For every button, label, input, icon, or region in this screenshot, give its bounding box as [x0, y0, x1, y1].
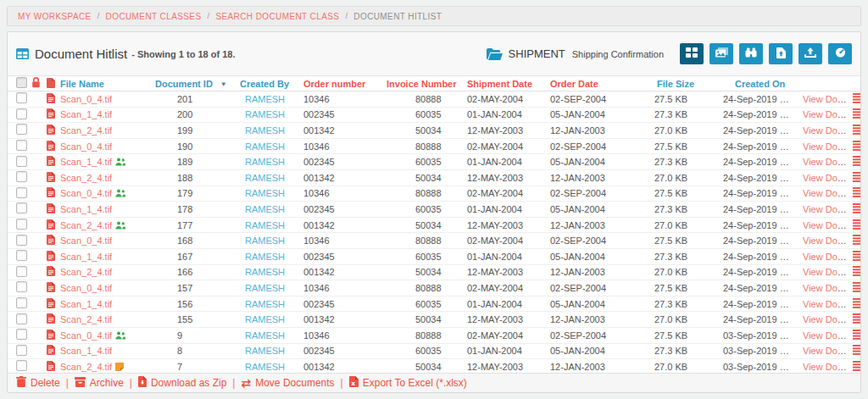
row-menu-icon[interactable] [853, 125, 860, 135]
search-button[interactable] [739, 43, 763, 64]
created-by-link[interactable]: RAMESH [245, 267, 285, 277]
row-checkbox[interactable] [16, 140, 27, 151]
created-by-link[interactable]: RAMESH [245, 220, 285, 230]
view-document-link[interactable]: View Document [803, 141, 850, 152]
file-name-link[interactable]: Scan_1_4.tif [60, 299, 112, 309]
view-document-link[interactable]: View Document [803, 125, 850, 136]
row-checkbox[interactable] [16, 360, 27, 371]
created-by-link[interactable]: RAMESH [245, 283, 285, 293]
row-menu-icon[interactable] [853, 251, 860, 261]
row-checkbox[interactable] [16, 171, 27, 182]
row-checkbox[interactable] [16, 219, 27, 230]
row-checkbox[interactable] [16, 92, 27, 103]
view-document-link[interactable]: View Document [803, 330, 850, 341]
row-menu-icon[interactable] [853, 108, 860, 119]
column-header-order-number[interactable]: Order number [294, 79, 377, 89]
created-by-link[interactable]: RAMESH [245, 299, 285, 309]
row-menu-icon[interactable] [853, 361, 860, 371]
created-by-link[interactable]: RAMESH [245, 314, 285, 324]
file-name-link[interactable]: Scan_1_4.tif [60, 346, 112, 356]
row-menu-icon[interactable] [853, 187, 860, 197]
file-name-link[interactable]: Scan_2_4.tif [60, 267, 112, 277]
file-name-link[interactable]: Scan_0_4.tif [60, 330, 112, 341]
row-checkbox[interactable] [16, 156, 27, 167]
row-menu-icon[interactable] [853, 282, 860, 292]
row-menu-icon[interactable] [853, 93, 860, 103]
view-document-link[interactable]: View Document [803, 252, 850, 262]
row-checkbox[interactable] [16, 345, 27, 356]
file-name-link[interactable]: Scan_0_4.tif [60, 188, 112, 198]
view-document-link[interactable]: View Document [803, 173, 850, 183]
created-by-link[interactable]: RAMESH [245, 204, 285, 214]
created-by-link[interactable]: RAMESH [245, 188, 285, 198]
file-name-link[interactable]: Scan_1_4.tif [60, 157, 112, 167]
row-checkbox[interactable] [16, 202, 27, 213]
row-checkbox[interactable] [16, 124, 27, 135]
select-all-checkbox[interactable] [16, 77, 27, 88]
created-by-link[interactable]: RAMESH [245, 173, 285, 183]
row-checkbox[interactable] [16, 266, 27, 277]
file-name-link[interactable]: Scan_2_4.tif [60, 362, 112, 372]
export-excel-action[interactable]: x Export To Excel (*.xlsx) [349, 376, 467, 390]
image-view-button[interactable] [709, 43, 733, 64]
row-checkbox[interactable] [16, 187, 27, 198]
view-document-link[interactable]: View Document [803, 283, 850, 293]
row-menu-icon[interactable] [853, 330, 860, 340]
column-header-created-by[interactable]: Created By [238, 79, 294, 89]
view-document-link[interactable]: View Document [803, 157, 850, 167]
created-by-link[interactable]: RAMESH [245, 362, 285, 372]
breadcrumb-my-workspace[interactable]: MY WORKSPACE [18, 12, 92, 21]
delete-action[interactable]: Delete [16, 376, 60, 390]
breadcrumb-search-document-class[interactable]: SEARCH DOCUMENT CLASS [215, 12, 339, 21]
column-header-shipment-date[interactable]: Shipment Date [459, 79, 540, 89]
view-document-link[interactable]: View Document [803, 204, 850, 214]
created-by-link[interactable]: RAMESH [245, 346, 285, 356]
column-header-file-name[interactable]: File Name [60, 79, 145, 89]
file-name-link[interactable]: Scan_1_4.tif [60, 109, 112, 119]
row-checkbox[interactable] [16, 297, 27, 308]
created-by-link[interactable]: RAMESH [245, 157, 285, 167]
view-document-link[interactable]: View Document [803, 346, 850, 356]
row-menu-icon[interactable] [853, 345, 860, 355]
upload-button[interactable] [798, 43, 822, 64]
row-menu-icon[interactable] [853, 313, 860, 324]
file-name-link[interactable]: Scan_0_4.tif [60, 283, 112, 293]
row-menu-icon[interactable] [853, 266, 860, 276]
view-document-link[interactable]: View Document [803, 314, 850, 324]
row-checkbox[interactable] [16, 108, 27, 119]
column-header-file-size[interactable]: File Size [640, 79, 709, 89]
created-by-link[interactable]: RAMESH [245, 94, 285, 104]
view-document-link[interactable]: View Document [803, 299, 850, 309]
row-menu-icon[interactable] [853, 235, 860, 245]
file-name-link[interactable]: Scan_0_4.tif [60, 141, 112, 152]
archive-action[interactable]: Archive [75, 377, 124, 390]
created-by-link[interactable]: RAMESH [245, 141, 285, 152]
file-name-link[interactable]: Scan_2_4.tif [60, 220, 112, 230]
row-menu-icon[interactable] [853, 141, 860, 151]
file-name-link[interactable]: Scan_2_4.tif [60, 125, 112, 136]
file-name-link[interactable]: Scan_1_4.tif [60, 252, 112, 262]
row-menu-icon[interactable] [853, 298, 860, 308]
view-document-link[interactable]: View Document [803, 267, 850, 277]
row-checkbox[interactable] [16, 250, 27, 261]
move-documents-action[interactable]: ⇄ Move Documents [241, 377, 334, 389]
file-name-link[interactable]: Scan_1_4.tif [60, 204, 112, 214]
view-document-link[interactable]: View Document [803, 220, 850, 230]
view-document-link[interactable]: View Document [803, 362, 850, 372]
dashboard-button[interactable] [828, 43, 852, 64]
view-document-link[interactable]: View Document [803, 109, 850, 119]
row-menu-icon[interactable] [853, 203, 860, 213]
view-document-link[interactable]: View Document [803, 188, 850, 198]
created-by-link[interactable]: RAMESH [245, 109, 285, 119]
file-name-link[interactable]: Scan_2_4.tif [60, 314, 112, 324]
file-name-link[interactable]: Scan_2_4.tif [60, 173, 112, 183]
add-document-button[interactable] [769, 43, 793, 64]
view-document-link[interactable]: View Document [803, 236, 850, 246]
table-view-button[interactable] [680, 43, 704, 64]
row-checkbox[interactable] [16, 313, 27, 324]
column-header-created-on[interactable]: Created On [709, 79, 789, 89]
row-menu-icon[interactable] [853, 219, 860, 230]
row-checkbox[interactable] [16, 329, 27, 340]
created-by-link[interactable]: RAMESH [245, 330, 285, 341]
column-header-invoice-number[interactable]: Invoice Number [377, 79, 459, 89]
